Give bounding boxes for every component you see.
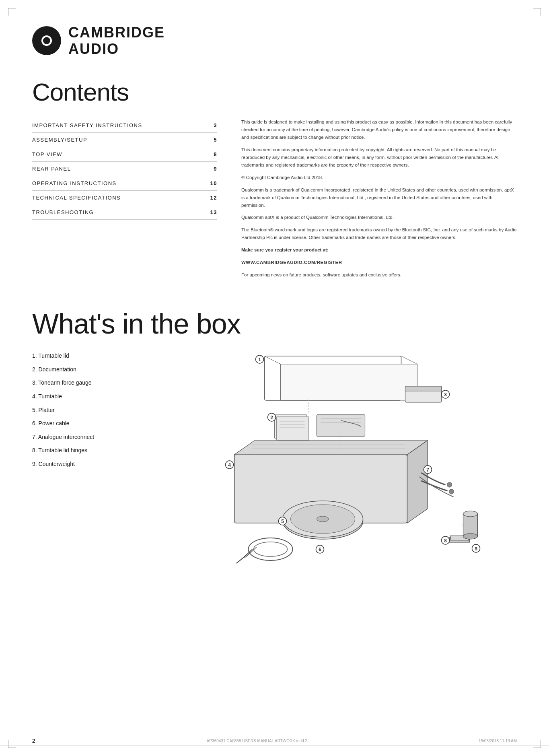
register-label: Make sure you register your product at: [241, 246, 517, 254]
box-layout: 1. Turntable lid2. Documentation3. Tonea… [32, 352, 517, 577]
right-paragraph: The Bluetooth® word mark and logos are r… [241, 226, 517, 241]
item1-lid: 1 [256, 355, 417, 400]
toc-item-label: TECHNICAL SPECIFICATIONS [32, 190, 201, 205]
toc-item-page: 12 [201, 190, 217, 205]
svg-point-27 [249, 538, 293, 560]
svg-text:5: 5 [281, 519, 284, 524]
toc-right: This guide is designed to make installin… [241, 118, 517, 284]
toc-row: TECHNICAL SPECIFICATIONS 12 [32, 190, 217, 205]
toc-row: OPERATING INSTRUCTIONS 10 [32, 176, 217, 190]
toc-item-label: OPERATING INSTRUCTIONS [32, 176, 201, 190]
svg-text:6: 6 [319, 547, 321, 552]
footer-bar [0, 746, 549, 746]
item6-power-cable: 6 [236, 538, 324, 563]
box-list-item: 3. Tonearm force gauge [32, 379, 125, 387]
right-paragraph: Qualcomm aptX is a product of Qualcomm T… [241, 214, 517, 221]
tonearm-assembly [317, 414, 365, 437]
item9-counterweight: 9 [463, 511, 480, 552]
box-list-item: 9. Counterweight [32, 460, 125, 468]
toc-item-label: REAR PANEL [32, 161, 201, 176]
right-paragraph: Qualcomm is a trademark of Qualcomm Inco… [241, 186, 517, 209]
toc-row: REAR PANEL 9 [32, 161, 217, 176]
toc-row: TROUBLESHOOTING 13 [32, 205, 217, 219]
svg-text:9: 9 [475, 546, 477, 552]
whats-in-box-heading: What's in the box [32, 308, 517, 340]
register-note: For upcoming news on future products, so… [241, 271, 517, 279]
svg-rect-6 [281, 364, 417, 400]
box-list-item: 2. Documentation [32, 366, 125, 374]
item3-gauge: 3 [405, 386, 450, 402]
page: CAMBRIDGE AUDIO Contents IMPORTANT SAFET… [0, 0, 549, 756]
svg-line-1 [265, 356, 281, 364]
box-list-item: 7. Analogue interconnect [32, 433, 125, 441]
svg-line-2 [401, 356, 417, 364]
toc-item-label: IMPORTANT SAFETY INSTRUCTIONS [32, 118, 201, 133]
box-list: 1. Turntable lid2. Documentation3. Tonea… [32, 352, 125, 474]
footer-date: 15/05/2018 11:19 AM [479, 739, 517, 743]
logo-line1: CAMBRIDGE [68, 24, 165, 41]
item2-docs: 2 [268, 413, 309, 441]
svg-point-48 [463, 534, 478, 539]
toc-left: IMPORTANT SAFETY INSTRUCTIONS 3 ASSEMBLY… [32, 118, 217, 284]
page-footer: 2 AP360431 CA0858 USERS MANUAL ARTWORK.i… [32, 737, 517, 744]
toc-item-label: TOP VIEW [32, 147, 201, 161]
toc-layout: IMPORTANT SAFETY INSTRUCTIONS 3 ASSEMBLY… [32, 118, 517, 284]
box-list-item: 8. Turntable lid hinges [32, 447, 125, 455]
corner-mark-tr [533, 8, 541, 16]
svg-text:4: 4 [228, 462, 231, 468]
toc-item-page: 10 [201, 176, 217, 190]
right-paragraph: This document contains proprietary infor… [241, 146, 517, 169]
logo-line2: AUDIO [68, 41, 119, 57]
svg-rect-46 [463, 514, 478, 536]
svg-rect-10 [405, 386, 442, 391]
logo-icon [32, 26, 61, 55]
right-paragraph: © Copyright Cambridge Audio Ltd 2018. [241, 174, 517, 181]
page-number: 2 [32, 737, 35, 744]
footer-filename: AP360431 CA0858 USERS MANUAL ARTWORK.ind… [207, 739, 307, 743]
right-paragraph: This guide is designed to make installin… [241, 118, 517, 141]
box-list-item: 4. Turntable [32, 393, 125, 401]
box-list-item: 1. Turntable lid [32, 352, 125, 360]
toc-table: IMPORTANT SAFETY INSTRUCTIONS 3 ASSEMBLY… [32, 118, 217, 220]
toc-item-label: ASSEMBLY/SETUP [32, 132, 201, 147]
svg-rect-51 [317, 414, 365, 437]
toc-item-page: 5 [201, 132, 217, 147]
corner-mark-br [533, 740, 541, 748]
box-list-item: 5. Platter [32, 406, 125, 414]
svg-text:7: 7 [426, 467, 429, 473]
svg-point-28 [254, 542, 288, 556]
svg-point-47 [463, 511, 478, 517]
box-list-item: 6. Power cable [32, 420, 125, 428]
svg-point-37 [447, 482, 452, 487]
svg-text:2: 2 [270, 415, 273, 420]
svg-text:3: 3 [444, 392, 447, 398]
contents-heading: Contents [32, 78, 517, 106]
toc-item-label: TROUBLESHOOTING [32, 205, 201, 219]
corner-mark-bl [8, 740, 16, 748]
toc-item-page: 3 [201, 118, 217, 133]
toc-item-page: 9 [201, 161, 217, 176]
toc-item-page: 8 [201, 147, 217, 161]
svg-rect-14 [277, 416, 309, 441]
toc-item-page: 13 [201, 205, 217, 219]
svg-point-38 [449, 489, 454, 494]
svg-marker-21 [234, 441, 428, 455]
turntable-diagram: 1 3 2 [141, 352, 517, 577]
logo-area: CAMBRIDGE AUDIO [32, 24, 517, 58]
svg-text:1: 1 [258, 357, 261, 363]
svg-text:8: 8 [444, 538, 447, 544]
register-url: WWW.CAMBRIDGEAUDIO.COM/REGISTER [241, 259, 517, 266]
logo-text: CAMBRIDGE AUDIO [68, 24, 165, 58]
diagram-area: 1 3 2 [141, 352, 517, 577]
corner-mark-tl [8, 8, 16, 16]
toc-row: IMPORTANT SAFETY INSTRUCTIONS 3 [32, 118, 217, 133]
toc-row: TOP VIEW 8 [32, 147, 217, 161]
toc-row: ASSEMBLY/SETUP 5 [32, 132, 217, 147]
svg-point-34 [317, 516, 329, 522]
